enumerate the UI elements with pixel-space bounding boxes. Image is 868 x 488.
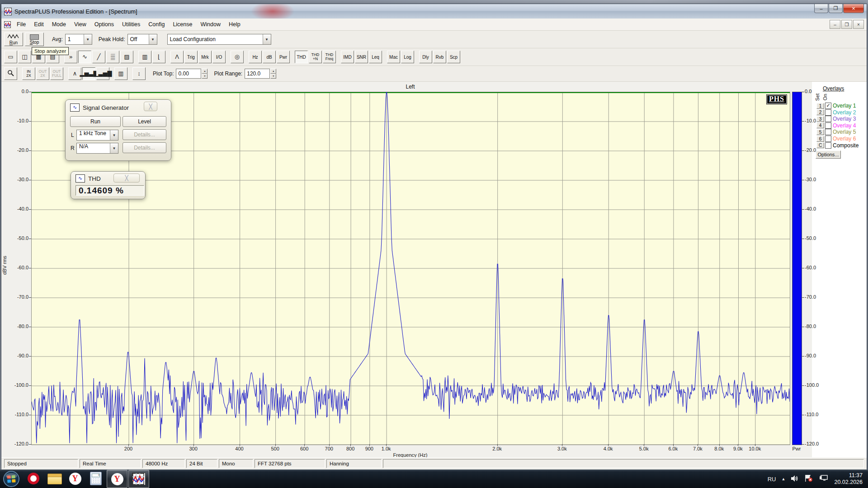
- plot-top-spinner[interactable]: ▲▼: [202, 69, 208, 79]
- snr-button[interactable]: SNR: [355, 51, 368, 63]
- peak-hold-select[interactable]: Off ▼: [127, 34, 157, 45]
- overlay-set-button-5[interactable]: 5: [816, 129, 824, 135]
- close-icon[interactable]: ╳: [113, 174, 140, 183]
- logging-button[interactable]: Log: [401, 51, 414, 63]
- maximize-button[interactable]: ❐: [829, 4, 843, 13]
- run-button[interactable]: Run: [4, 33, 23, 46]
- minimize-button[interactable]: –: [814, 4, 828, 13]
- menu-item-window[interactable]: Window: [196, 19, 224, 29]
- zoom-out-2x-button[interactable]: OUT2X: [36, 67, 49, 80]
- left-details-button[interactable]: Details...: [123, 129, 166, 140]
- overlay-set-button-4[interactable]: 4: [816, 122, 824, 128]
- plot-range-input[interactable]: 120.0: [245, 69, 270, 79]
- tick-mark: [673, 444, 674, 446]
- menu-item-edit[interactable]: Edit: [30, 19, 48, 29]
- overlay-set-button-2[interactable]: 2: [816, 109, 824, 115]
- leq-button[interactable]: Leq: [369, 51, 382, 63]
- scope-button[interactable]: Scp: [447, 51, 460, 63]
- right-details-button[interactable]: Details...: [123, 142, 166, 153]
- left-signal-select[interactable]: 1 kHz Tone ▼: [76, 130, 118, 141]
- plot-top-input[interactable]: 0.00: [176, 69, 201, 79]
- bar-spectrum-button[interactable]: ▁▃▅▇: [96, 67, 109, 80]
- thd-button[interactable]: THD: [295, 51, 308, 63]
- overlay-checkbox-4[interactable]: [825, 122, 831, 129]
- overlay-checkbox-5[interactable]: [825, 129, 831, 135]
- overlay-checkbox-3[interactable]: [825, 116, 831, 122]
- thd-freq-button[interactable]: THDFreq: [323, 51, 336, 63]
- scale-settings-button[interactable]: ⌊: [152, 51, 165, 63]
- phase-view-button[interactable]: ╱: [92, 51, 105, 63]
- spectraplus-active-icon[interactable]: [128, 470, 149, 488]
- signal-generator-button[interactable]: ◎: [231, 51, 244, 63]
- marker-button[interactable]: Mrk: [198, 51, 212, 63]
- close-icon[interactable]: ╳: [144, 102, 157, 111]
- overlay-checkbox-2[interactable]: [825, 109, 831, 116]
- chevron-down-icon[interactable]: ▼: [110, 130, 118, 140]
- overlay-checkbox-6[interactable]: [825, 136, 831, 142]
- generator-run-button[interactable]: Run: [70, 116, 121, 127]
- calculator-icon[interactable]: 0: [86, 470, 106, 487]
- language-indicator[interactable]: RU: [768, 476, 776, 483]
- menu-item-file[interactable]: File: [13, 19, 30, 29]
- menu-item-license[interactable]: License: [169, 19, 196, 29]
- start-button[interactable]: [3, 470, 20, 488]
- vertical-range-button[interactable]: ↕: [132, 67, 146, 80]
- spectrum-curve-button[interactable]: Λ: [170, 51, 184, 63]
- opera-icon[interactable]: [24, 470, 43, 487]
- macro-button[interactable]: Mac: [387, 51, 400, 63]
- system-tray: RU ▲ 11:37 20.02.2026: [768, 472, 868, 486]
- menu-item-options[interactable]: Options: [90, 19, 118, 29]
- menu-item-mode[interactable]: Mode: [48, 19, 70, 29]
- load-configuration-select[interactable]: Load Configuration ▼: [167, 34, 271, 45]
- menu-item-help[interactable]: Help: [225, 19, 245, 29]
- action-center-flag-icon[interactable]: [804, 474, 813, 483]
- avg-select[interactable]: 1 ▼: [65, 34, 92, 45]
- file-explorer-icon[interactable]: [44, 470, 64, 487]
- menu-item-config[interactable]: Config: [144, 19, 169, 29]
- clock[interactable]: 11:37 20.02.2026: [834, 472, 863, 486]
- mdi-minimize-button[interactable]: –: [830, 20, 840, 29]
- chevron-down-icon[interactable]: ▼: [84, 34, 92, 44]
- hz-units-button[interactable]: Hz: [249, 51, 262, 63]
- plot-range-spinner[interactable]: ▲▼: [270, 69, 276, 79]
- new-file-button[interactable]: ▭: [4, 51, 17, 63]
- stop-button[interactable]: Stop: [25, 33, 44, 46]
- spectrogram-view-button[interactable]: ▒: [106, 51, 119, 63]
- trigger-button[interactable]: Trig: [184, 51, 198, 63]
- open-file-button[interactable]: ◫: [18, 51, 31, 63]
- overlay-checkbox-C[interactable]: [825, 142, 831, 149]
- control-panel-button[interactable]: ▥: [138, 51, 151, 63]
- menu-item-utilities[interactable]: Utilities: [118, 19, 144, 29]
- display-options-button[interactable]: ▥: [114, 67, 127, 80]
- imd-button[interactable]: IMD: [341, 51, 354, 63]
- power-units-button[interactable]: Pwr: [277, 51, 290, 63]
- surface-view-button[interactable]: ▨: [120, 51, 133, 63]
- overlay-checkbox-1[interactable]: ✓: [825, 103, 831, 109]
- zoom-button[interactable]: [4, 67, 17, 80]
- yandex-browser-icon[interactable]: Y: [65, 470, 85, 487]
- reverb-button[interactable]: Rvb: [433, 51, 446, 63]
- generator-level-button[interactable]: Level: [123, 116, 166, 127]
- network-icon[interactable]: [819, 474, 829, 483]
- chevron-down-icon[interactable]: ▼: [110, 143, 118, 153]
- menu-item-view[interactable]: View: [70, 19, 90, 29]
- io-button[interactable]: I/O: [212, 51, 226, 63]
- chevron-down-icon[interactable]: ▼: [149, 34, 157, 44]
- time-series-view-button[interactable]: ∿: [78, 51, 91, 63]
- speaker-icon[interactable]: [791, 475, 799, 483]
- app-icon: [4, 8, 12, 15]
- zoom-in-2x-button[interactable]: IN2X: [22, 67, 35, 80]
- yandex-browser-active-icon[interactable]: Y: [107, 470, 127, 488]
- db-units-button[interactable]: dB: [263, 51, 276, 63]
- overlay-set-button-6[interactable]: 6: [816, 136, 824, 142]
- right-signal-select[interactable]: N/A ▼: [76, 143, 118, 154]
- chevron-down-icon[interactable]: ▼: [263, 34, 271, 44]
- mdi-close-button[interactable]: ×: [853, 20, 864, 29]
- mdi-restore-button[interactable]: ❐: [841, 20, 852, 29]
- delay-button[interactable]: Dly: [419, 51, 432, 63]
- zoom-out-full-button[interactable]: OUTFULL: [50, 67, 63, 80]
- tray-expand-icon[interactable]: ▲: [782, 477, 786, 481]
- close-button[interactable]: ×: [843, 4, 864, 13]
- thd-n-button[interactable]: THD+N: [309, 51, 322, 63]
- overlay-set-button-1[interactable]: 1: [816, 103, 824, 109]
